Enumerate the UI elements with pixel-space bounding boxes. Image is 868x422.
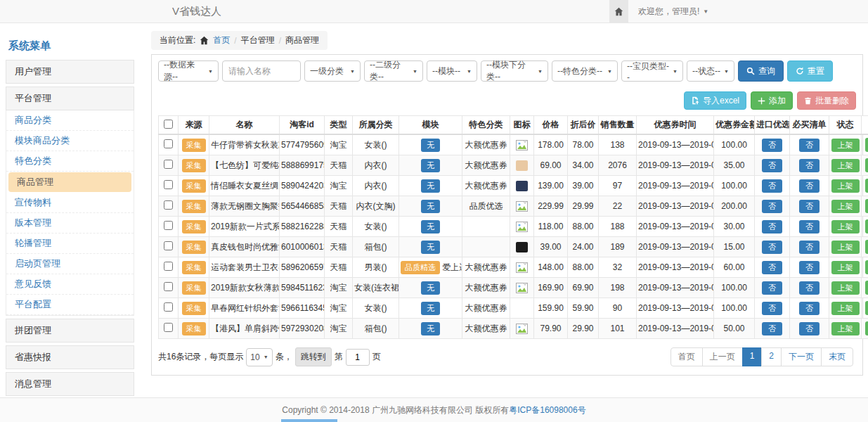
category-level1-select[interactable]: 一级分类▼ (304, 60, 361, 82)
jump-button[interactable]: 跳转到 (295, 347, 332, 366)
sidebar-item-12[interactable]: 拼团管理 (6, 319, 134, 343)
import-optional-toggle[interactable]: 否 (762, 281, 782, 295)
sidebar-subitem-7[interactable]: 版本管理 (6, 213, 134, 234)
taoke-id: 577479560965 (280, 134, 325, 155)
must-buy-toggle[interactable]: 否 (799, 179, 820, 193)
import-optional-toggle[interactable]: 否 (762, 159, 782, 172)
row-checkbox[interactable] (164, 262, 173, 271)
page-button-4[interactable]: 下一页 (781, 347, 822, 366)
row-checkbox[interactable] (164, 180, 173, 189)
must-buy-toggle[interactable]: 否 (799, 302, 820, 315)
status-button[interactable]: 上架 (831, 241, 860, 254)
edit-button[interactable] (865, 199, 868, 213)
category-level2-select[interactable]: --二级分类--▼ (364, 60, 423, 82)
row-checkbox[interactable] (164, 200, 173, 210)
topbar: V省钱达人 欢迎您，管理员! ▼ (0, 0, 868, 23)
module-badge: 无 (421, 241, 440, 254)
edit-button[interactable] (865, 219, 868, 234)
sidebar-menu: 用户管理平台管理商品分类模块商品分类特色分类商品管理宣传物料版本管理轮播管理启动… (6, 60, 134, 422)
must-buy-toggle[interactable]: 否 (799, 139, 820, 152)
item-type-select[interactable]: --宝贝类型--▼ (621, 60, 683, 82)
status-button[interactable]: 上架 (831, 302, 860, 315)
import-optional-toggle[interactable]: 否 (762, 302, 782, 315)
edit-button[interactable] (865, 301, 868, 315)
edit-button[interactable] (865, 240, 868, 254)
row-checkbox[interactable] (164, 282, 173, 291)
must-buy-toggle[interactable]: 否 (799, 159, 820, 172)
row-checkbox[interactable] (164, 139, 173, 148)
home-button[interactable] (609, 0, 628, 23)
must-buy-toggle[interactable]: 否 (799, 322, 820, 335)
import-optional-toggle[interactable]: 否 (762, 179, 782, 193)
must-buy-toggle[interactable]: 否 (799, 220, 820, 234)
sidebar-subitem-6[interactable]: 宣传物料 (6, 193, 134, 213)
module-subcategory-select[interactable]: --模块下分类--▼ (481, 60, 548, 82)
status-button[interactable]: 上架 (831, 261, 860, 274)
sidebar-subitem-8[interactable]: 轮播管理 (6, 234, 134, 254)
module-select[interactable]: --模块--▼ (427, 60, 477, 82)
sidebar-item-0[interactable]: 用户管理 (6, 60, 134, 84)
status-select[interactable]: --状态--▼ (687, 60, 734, 82)
page-size-select[interactable]: 10▼ (246, 348, 272, 366)
page-button-0[interactable]: 首页 (671, 347, 703, 366)
status-button[interactable]: 上架 (831, 159, 860, 172)
sidebar-item-13[interactable]: 省惠快报 (6, 345, 134, 369)
status-button[interactable]: 上架 (831, 139, 860, 152)
module-badge: 无 (421, 200, 440, 213)
row-checkbox[interactable] (164, 160, 173, 169)
edit-button[interactable] (865, 138, 868, 152)
edit-button[interactable] (865, 260, 868, 274)
status-button[interactable]: 上架 (831, 281, 860, 295)
user-menu[interactable]: 欢迎您，管理员! ▼ (628, 6, 708, 18)
sidebar-subitem-5[interactable]: 商品管理 (8, 172, 131, 192)
search-button[interactable]: 查询 (738, 60, 784, 82)
page-button-2[interactable]: 1 (742, 347, 763, 366)
sidebar-subitem-10[interactable]: 意见反馈 (6, 274, 134, 295)
must-buy-toggle[interactable]: 否 (799, 261, 820, 274)
import-excel-button[interactable]: 导入excel (684, 91, 746, 110)
sidebar-item-14[interactable]: 消息管理 (6, 372, 134, 396)
row-checkbox[interactable] (164, 302, 173, 312)
page-button-3[interactable]: 2 (761, 347, 782, 366)
page-number-input[interactable] (346, 349, 370, 366)
sidebar-subitem-4[interactable]: 特色分类 (6, 151, 134, 172)
sidebar-subitem-11[interactable]: 平台配置 (6, 295, 134, 315)
add-button[interactable]: 添加 (751, 91, 793, 110)
sidebar-subitem-9[interactable]: 启动页管理 (6, 254, 134, 274)
import-optional-toggle[interactable]: 否 (762, 261, 782, 274)
edit-button[interactable] (865, 179, 868, 193)
import-optional-toggle[interactable]: 否 (762, 139, 782, 152)
data-source-select[interactable]: --数据来源--▼ (158, 60, 219, 82)
must-buy-toggle[interactable]: 否 (799, 281, 820, 295)
status-button[interactable]: 上架 (831, 322, 860, 335)
row-checkbox[interactable] (164, 221, 173, 230)
edit-button[interactable] (865, 281, 868, 295)
feature-category-select[interactable]: --特色分类--▼ (552, 60, 618, 82)
import-optional-toggle[interactable]: 否 (762, 220, 782, 234)
name-search-input[interactable] (222, 60, 301, 82)
status-button[interactable]: 上架 (831, 200, 860, 213)
row-checkbox[interactable] (164, 241, 173, 250)
edit-button[interactable] (865, 158, 868, 172)
icp-link[interactable]: 粤ICP备16098006号 (509, 405, 585, 415)
import-optional-toggle[interactable]: 否 (762, 241, 782, 254)
feature-category: 大额优惠券 (462, 134, 510, 155)
must-buy-toggle[interactable]: 否 (799, 200, 820, 213)
row-checkbox[interactable] (164, 323, 173, 332)
must-buy-toggle[interactable]: 否 (799, 241, 820, 254)
status-button[interactable]: 上架 (831, 220, 860, 234)
batch-delete-button[interactable]: 批量删除 (797, 91, 856, 110)
import-optional-toggle[interactable]: 否 (762, 200, 782, 213)
sidebar-item-1[interactable]: 平台管理 (6, 87, 134, 110)
status-button[interactable]: 上架 (831, 179, 860, 193)
page-button-5[interactable]: 末页 (821, 347, 853, 366)
reset-button[interactable]: 重置 (787, 60, 833, 82)
breadcrumb-link-home[interactable]: 首页 (213, 34, 230, 46)
breadcrumb-separator: / (234, 36, 236, 46)
sidebar-subitem-2[interactable]: 商品分类 (6, 110, 134, 131)
select-all-checkbox[interactable] (164, 120, 173, 129)
sidebar-subitem-3[interactable]: 模块商品分类 (6, 131, 134, 151)
import-optional-toggle[interactable]: 否 (762, 322, 782, 335)
edit-button[interactable] (865, 321, 868, 335)
page-button-1[interactable]: 上一页 (702, 347, 743, 366)
